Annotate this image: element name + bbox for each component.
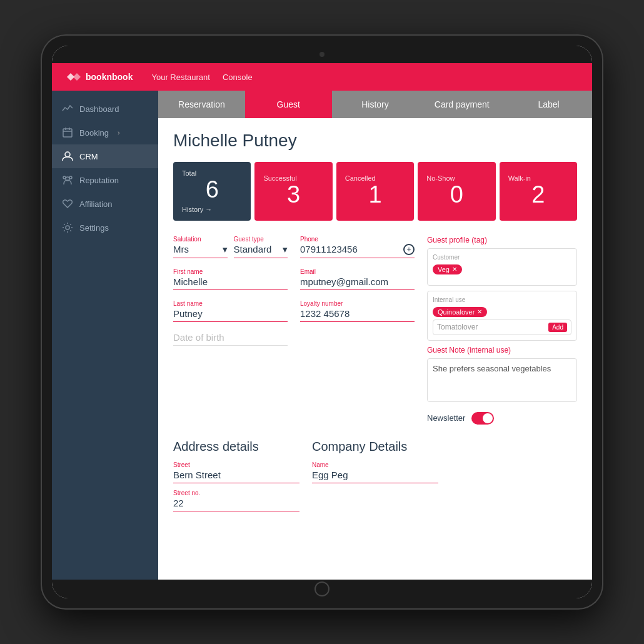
- sidebar-item-booking[interactable]: Booking ›: [52, 121, 158, 144]
- form-col-2: Phone 07911123456 + Email mputney@gmail.…: [300, 236, 415, 425]
- content-area: Reservation Guest History Card payment L: [158, 91, 592, 580]
- guest-name: Michelle Putney: [173, 131, 577, 151]
- stat-cancelled-label: Cancelled: [345, 174, 376, 182]
- quinoalover-tag-close[interactable]: ✕: [477, 308, 482, 315]
- guest-type-select[interactable]: Standard ▾: [234, 244, 288, 258]
- email-value[interactable]: mputney@gmail.com: [300, 276, 415, 290]
- stat-successful-value: 3: [287, 182, 300, 208]
- salutation-select[interactable]: Mrs ▾: [173, 244, 228, 258]
- add-tag-button[interactable]: Add: [548, 323, 567, 332]
- sidebar-label-booking: Booking: [79, 128, 109, 138]
- stat-successful: Successful 3: [254, 162, 332, 221]
- sidebar-item-reputation[interactable]: Reputation: [52, 168, 158, 192]
- field-street: Street Bern Street: [173, 461, 299, 483]
- stat-successful-label: Successful: [263, 174, 296, 182]
- veg-tag-close[interactable]: ✕: [452, 266, 457, 273]
- company-section: Company Details Name Egg Peg: [312, 440, 438, 511]
- form-section: Salutation Mrs ▾ Guest type: [173, 236, 577, 425]
- street-label: Street: [173, 461, 299, 468]
- sidebar-label-affiliation: Affiliation: [79, 199, 113, 209]
- company-name-value[interactable]: Egg Peg: [312, 470, 438, 483]
- last-name-label: Last name: [173, 300, 288, 307]
- tab-reservation[interactable]: Reservation: [158, 91, 245, 118]
- salutation-value: Mrs: [173, 244, 189, 254]
- first-name-label: First name: [173, 268, 288, 275]
- app-logo: booknbook: [64, 71, 133, 83]
- svg-point-8: [66, 226, 69, 229]
- sidebar-label-reputation: Reputation: [79, 176, 119, 185]
- sidebar-item-settings[interactable]: Settings: [52, 216, 158, 239]
- stat-noshow-value: 0: [450, 182, 463, 208]
- guest-note-textarea[interactable]: [427, 358, 577, 402]
- form-col-1: Salutation Mrs ▾ Guest type: [173, 236, 288, 425]
- street-no-label: Street no.: [173, 490, 299, 496]
- customer-tag-box: Customer Veg ✕: [427, 248, 577, 286]
- tab-card-payment[interactable]: Card payment: [418, 91, 505, 118]
- svg-point-6: [69, 176, 72, 179]
- first-name-value[interactable]: Michelle: [173, 276, 288, 290]
- top-nav-bar: booknbook Your Restaurant Console: [52, 63, 592, 91]
- tab-label[interactable]: Label: [505, 91, 592, 118]
- stat-total-value: 6: [206, 177, 219, 203]
- right-panel: Guest profile (tag) Customer Veg ✕: [427, 236, 577, 425]
- email-label: Email: [300, 268, 415, 275]
- field-dob: Date of birth: [173, 332, 288, 346]
- stat-noshow: No-Show 0: [418, 162, 495, 221]
- newsletter-label: Newsletter: [427, 413, 465, 423]
- guest-note-label: Guest Note (internal use): [427, 346, 577, 355]
- field-guest-type: Guest type Standard ▾: [234, 236, 288, 258]
- newsletter-toggle[interactable]: [471, 412, 494, 425]
- empty-section: [451, 440, 577, 511]
- svg-point-7: [63, 176, 66, 179]
- guest-type-arrow: ▾: [283, 244, 288, 255]
- salutation-label: Salutation: [173, 236, 228, 243]
- stat-walkin-label: Walk-in: [508, 174, 531, 182]
- tag-input-field[interactable]: [437, 323, 548, 331]
- field-first-name: First name Michelle: [173, 268, 288, 290]
- veg-tag-label: Veg: [438, 266, 450, 273]
- profile-tag-label: Guest profile (tag): [427, 236, 577, 244]
- phone-value[interactable]: 07911123456: [300, 244, 403, 254]
- field-loyalty: Loyalty number 1232 45678: [300, 300, 415, 322]
- phone-label: Phone: [300, 236, 415, 243]
- field-last-name: Last name Putney: [173, 300, 288, 322]
- field-phone: Phone 07911123456 +: [300, 236, 415, 258]
- svg-point-4: [65, 152, 70, 157]
- street-value[interactable]: Bern Street: [173, 470, 299, 483]
- guest-type-label: Guest type: [234, 236, 288, 243]
- field-company-name: Name Egg Peg: [312, 461, 438, 483]
- stat-walkin-value: 2: [531, 182, 545, 208]
- street-no-value[interactable]: 22: [173, 498, 299, 511]
- dob-placeholder[interactable]: Date of birth: [173, 332, 288, 346]
- tag-input-row: Add: [433, 319, 571, 335]
- nav-restaurant[interactable]: Your Restaurant: [151, 73, 209, 82]
- company-name-label: Name: [312, 461, 438, 468]
- add-phone-button[interactable]: +: [403, 244, 415, 255]
- address-section: Address details Street Bern Street Stree…: [173, 440, 299, 511]
- stat-noshow-label: No-Show: [426, 174, 455, 182]
- tab-history[interactable]: History: [332, 91, 419, 118]
- stat-cancelled: Cancelled 1: [336, 162, 414, 221]
- internal-tag-box: Internal use Quinoalover ✕ Add: [427, 291, 577, 341]
- internal-inner-label: Internal use: [433, 296, 571, 303]
- bottom-sections: Address details Street Bern Street Stree…: [173, 440, 577, 511]
- sidebar-item-affiliation[interactable]: Affiliation: [52, 192, 158, 216]
- sidebar: Dashboard Booking ›: [52, 91, 158, 580]
- company-title: Company Details: [312, 440, 438, 454]
- stat-total-history[interactable]: History →: [182, 206, 212, 213]
- nav-console[interactable]: Console: [223, 73, 253, 82]
- salutation-arrow: ▾: [223, 244, 228, 255]
- loyalty-value[interactable]: 1232 45678: [300, 308, 415, 322]
- tabs-bar: Reservation Guest History Card payment L: [158, 91, 592, 118]
- sidebar-item-dashboard[interactable]: Dashboard: [52, 97, 158, 121]
- newsletter-row: Newsletter: [427, 412, 577, 425]
- sidebar-item-crm[interactable]: CRM: [52, 144, 158, 168]
- last-name-value[interactable]: Putney: [173, 308, 288, 322]
- toggle-knob: [483, 413, 493, 423]
- stat-total: Total 6 History →: [173, 162, 251, 221]
- veg-tag[interactable]: Veg ✕: [433, 264, 462, 274]
- quinoalover-tag-label: Quinoalover: [438, 308, 475, 316]
- tab-guest[interactable]: Guest: [245, 91, 332, 118]
- quinoalover-tag[interactable]: Quinoalover ✕: [433, 307, 487, 317]
- home-button[interactable]: [314, 581, 330, 596]
